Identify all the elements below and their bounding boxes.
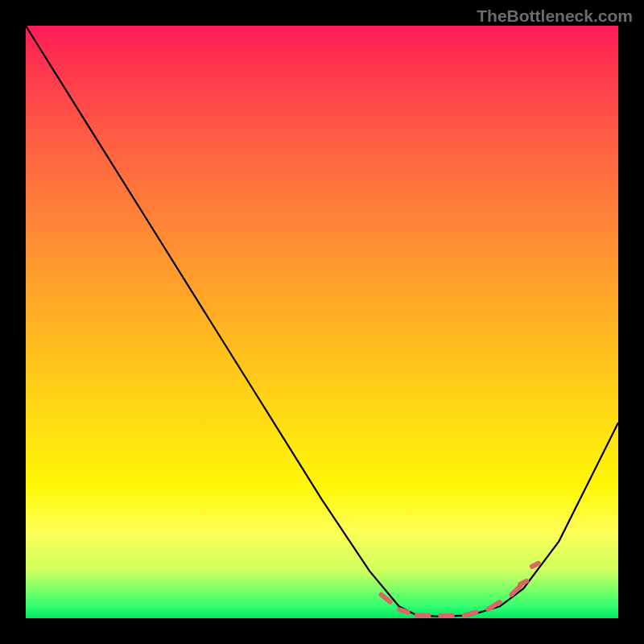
marker-dash bbox=[512, 586, 521, 595]
watermark-text: TheBottleneck.com bbox=[477, 6, 633, 26]
chart-area bbox=[26, 26, 618, 618]
marker-dash bbox=[399, 609, 408, 613]
curve-markers bbox=[382, 564, 539, 616]
bottleneck-curve bbox=[26, 26, 618, 617]
marker-dash bbox=[382, 595, 390, 602]
marker-dash bbox=[464, 613, 477, 616]
curve-overlay bbox=[26, 26, 618, 618]
marker-dash bbox=[520, 581, 526, 584]
marker-dash bbox=[488, 602, 500, 609]
marker-dash bbox=[532, 564, 539, 567]
